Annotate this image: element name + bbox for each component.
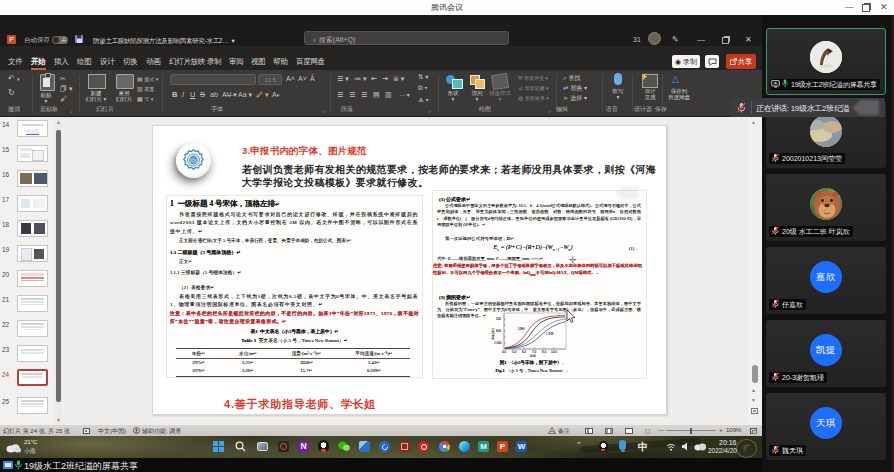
svg-text:5.0: 5.0 <box>512 350 517 354</box>
svg-text:4.0: 4.0 <box>502 350 507 354</box>
svg-text:6.0: 6.0 <box>522 350 527 354</box>
svg-text:600: 600 <box>496 329 501 333</box>
svg-text:200: 200 <box>496 317 501 321</box>
svg-text:8.0: 8.0 <box>542 350 547 354</box>
svg-text:1990: 1990 <box>518 327 525 331</box>
svg-text:1 998: 1 998 <box>546 332 554 336</box>
svg-text:1 000: 1 000 <box>494 341 502 345</box>
svg-text:时间: 时间 <box>530 354 536 358</box>
svg-text:14.0: 14.0 <box>551 350 557 354</box>
svg-text:流量(m³): 流量(m³) <box>491 329 495 341</box>
